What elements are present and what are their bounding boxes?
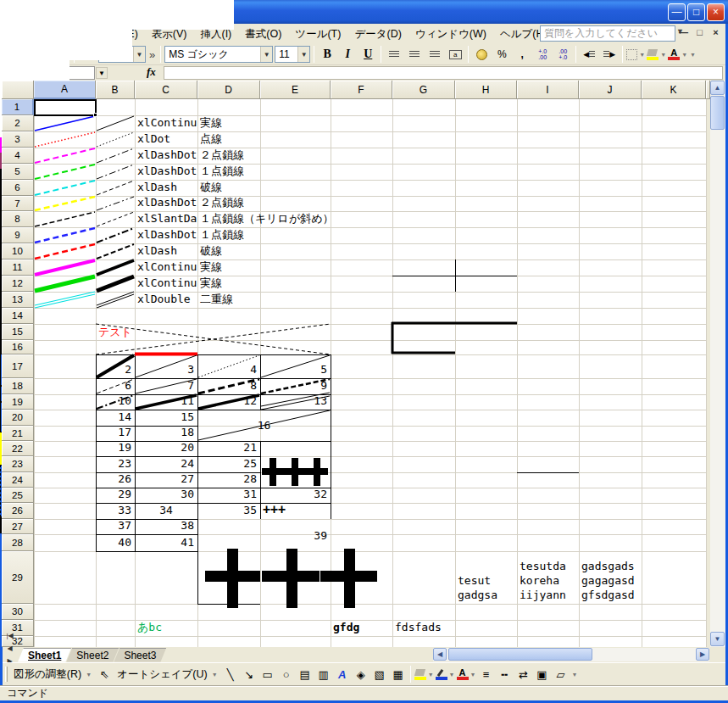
toolbar-grip[interactable] bbox=[5, 667, 8, 682]
textbox-tool-button[interactable]: ▤ bbox=[297, 667, 314, 683]
currency-button[interactable] bbox=[472, 46, 491, 64]
column-header-F[interactable]: F bbox=[331, 81, 392, 99]
tab-nav-0[interactable]: |◀ bbox=[3, 629, 16, 642]
scroll-down-button[interactable]: ▼ bbox=[710, 632, 725, 646]
test-merged-cell[interactable] bbox=[0, 402, 235, 432]
name-box[interactable]: A1 bbox=[4, 66, 95, 80]
close-button[interactable]: × bbox=[707, 3, 725, 21]
selected-cell-A1[interactable] bbox=[34, 99, 97, 116]
scroll-up-button[interactable]: ▲ bbox=[710, 81, 725, 95]
cell-G31[interactable]: fdsfads bbox=[395, 620, 442, 636]
scroll-right-button[interactable]: ▶ bbox=[696, 648, 709, 661]
cell-D12[interactable]: 実線 bbox=[200, 276, 222, 292]
scroll-left-button[interactable]: ◀ bbox=[433, 648, 447, 661]
select-all-corner[interactable] bbox=[2, 81, 34, 99]
vertical-textbox-tool-button[interactable]: ▥ bbox=[315, 667, 332, 683]
font-name-combo[interactable]: MS ゴシック▼ bbox=[164, 46, 273, 63]
draw-adjust-menu[interactable]: 図形の調整(R)▼ bbox=[10, 666, 95, 683]
decrease-decimal-button[interactable]: .00 +.0 bbox=[553, 46, 572, 64]
table-cell-F7[interactable] bbox=[0, 296, 57, 307]
row-header-22[interactable]: 22 bbox=[2, 441, 34, 456]
cell-D5[interactable]: １点鎖線 bbox=[200, 164, 244, 180]
cell-C5[interactable]: xlDashDot bbox=[137, 164, 197, 180]
cell-E17[interactable]: 5 bbox=[260, 354, 327, 378]
merge-center-button[interactable]: a bbox=[446, 46, 464, 64]
cell-D13[interactable]: 二重線 bbox=[200, 292, 233, 308]
menu-item-5[interactable]: ツール(T) bbox=[288, 25, 347, 42]
rectangle-tool-button[interactable]: ▭ bbox=[259, 667, 276, 683]
cell-B28[interactable]: 40 bbox=[96, 534, 131, 551]
menu-item-4[interactable]: 書式(O) bbox=[238, 25, 288, 42]
yellow-bordered-cell-D27-E28[interactable] bbox=[0, 432, 133, 465]
tab-nav-1[interactable]: ◀ bbox=[3, 642, 16, 655]
increase-indent-button[interactable]: ▶ bbox=[600, 46, 619, 64]
cell-D8[interactable]: １点鎖線（キリロが斜め） bbox=[200, 211, 334, 227]
menu-item-7[interactable]: ウィンドウ(W) bbox=[408, 25, 493, 42]
maximize-button[interactable]: □ bbox=[687, 3, 705, 21]
underline-button[interactable]: U bbox=[358, 46, 377, 64]
toolbar-options-chevron[interactable]: » bbox=[149, 48, 155, 61]
cell-D20-E21[interactable]: 16 bbox=[197, 410, 331, 441]
menu-item-2[interactable]: 表示(V) bbox=[145, 25, 194, 42]
medium-plus-shape-2[interactable] bbox=[314, 458, 320, 486]
cell-C19[interactable]: 11 bbox=[135, 394, 194, 410]
cell-J29[interactable]: gadsgads gagagasd gfsdgasd bbox=[581, 551, 635, 604]
column-header-I[interactable]: I bbox=[517, 81, 579, 99]
merged-cell-D27:E28[interactable] bbox=[0, 106, 132, 137]
row-header-20[interactable]: 20 bbox=[2, 410, 34, 426]
menu-item-6[interactable]: データ(D) bbox=[347, 25, 408, 42]
cell-C22[interactable]: 20 bbox=[135, 441, 194, 456]
column-header-G[interactable]: G bbox=[392, 81, 455, 99]
cell-C10[interactable]: xlDash bbox=[137, 243, 177, 259]
formula-input[interactable] bbox=[164, 66, 723, 80]
cell-D23[interactable]: 25 bbox=[197, 456, 257, 472]
workbook-restore-button[interactable]: □ bbox=[693, 26, 706, 40]
large-plus-shape-2[interactable] bbox=[344, 549, 355, 608]
row-header-30[interactable]: 30 bbox=[2, 604, 34, 620]
cell-H29[interactable]: tesut gadgsa bbox=[458, 551, 497, 604]
medium-plus-shape-1[interactable] bbox=[292, 458, 298, 486]
cell-B25[interactable]: 29 bbox=[96, 488, 131, 503]
cell-D18[interactable]: 8 bbox=[197, 378, 257, 394]
cell-C25[interactable]: 30 bbox=[135, 488, 194, 503]
zoom-combo[interactable]: 100%▼ bbox=[98, 46, 146, 63]
medium-plus-shape-1[interactable] bbox=[284, 468, 306, 475]
menu-item-3[interactable]: 挿入(I) bbox=[193, 25, 238, 42]
cell-C4[interactable]: xlDashDot bbox=[137, 148, 197, 164]
cell-E18[interactable]: 9 bbox=[260, 378, 327, 394]
cell-D4[interactable]: ２点鎖線 bbox=[200, 148, 244, 164]
cell-C8[interactable]: xlSlantDa bbox=[137, 211, 197, 227]
minimize-button[interactable]: — bbox=[668, 3, 686, 21]
cell-C20[interactable]: 15 bbox=[135, 410, 194, 426]
cell-C31[interactable]: あbc bbox=[137, 620, 162, 636]
cell-E25[interactable]: 32 bbox=[260, 488, 327, 503]
cell-C21[interactable]: 18 bbox=[135, 426, 194, 441]
cell-C12[interactable]: xlContinu bbox=[137, 276, 197, 292]
table-cell-G5[interactable] bbox=[0, 260, 58, 272]
align-left-button[interactable] bbox=[385, 46, 403, 64]
arrow-style-button[interactable]: ⇄ bbox=[514, 667, 531, 683]
font-size-combo[interactable]: 11▼ bbox=[275, 46, 310, 63]
row-header-16[interactable]: 16 bbox=[2, 340, 34, 354]
cell-C2[interactable]: xlContinu bbox=[137, 115, 197, 131]
cell-F31[interactable]: gfdg bbox=[333, 620, 359, 636]
shadow-style-button[interactable]: ▣ bbox=[533, 667, 550, 683]
column-header-D[interactable]: D bbox=[197, 81, 260, 99]
toolbar-more-icon[interactable]: ▼ bbox=[690, 52, 696, 58]
cell-D22[interactable]: 21 bbox=[197, 441, 257, 456]
large-plus-shape-1[interactable] bbox=[262, 571, 320, 582]
open-button[interactable] bbox=[31, 46, 50, 64]
thick-border-cell-B31[interactable] bbox=[0, 517, 39, 533]
fill-color-button[interactable]: ▼ bbox=[647, 46, 666, 64]
cell-E26[interactable]: +++ bbox=[263, 503, 286, 519]
row-header-25[interactable]: 25 bbox=[2, 488, 34, 503]
select-objects-button[interactable]: ⇖ bbox=[96, 667, 113, 683]
cell-I29[interactable]: tesutda koreha iijyann bbox=[520, 551, 566, 604]
plum-filled-cell-G28[interactable] bbox=[0, 153, 62, 169]
menu-item-1[interactable]: 編集(E) bbox=[96, 25, 145, 42]
cell-D26[interactable]: 35 bbox=[197, 503, 257, 519]
table-cell-G7[interactable] bbox=[0, 307, 58, 318]
horizontal-scrollbar[interactable]: ◀ ▶ bbox=[433, 648, 709, 661]
cell-C3[interactable]: xlDot bbox=[137, 131, 170, 148]
cell-D3[interactable]: 点線 bbox=[200, 131, 222, 148]
